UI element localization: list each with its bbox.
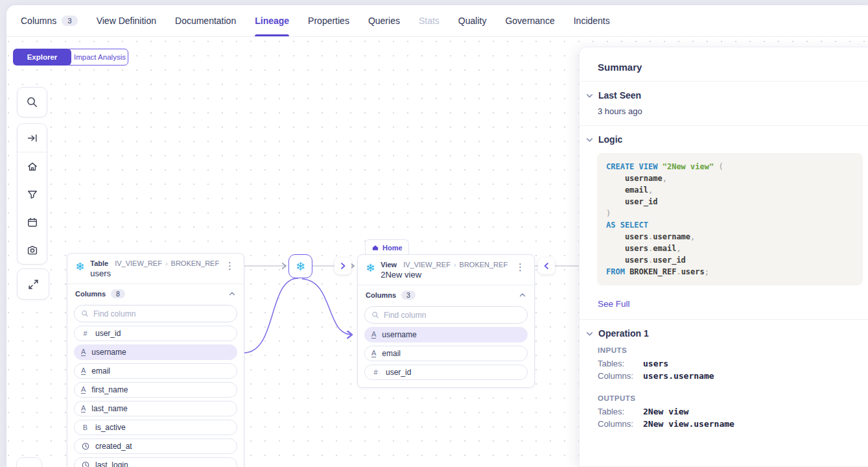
inputs-group: INPUTS Tables:users Columns:users.userna… [598, 346, 868, 381]
chevron-down-icon [585, 329, 594, 338]
canvas-tool-group [17, 123, 47, 265]
tab-governance[interactable]: Governance [505, 5, 554, 36]
logic-section-header[interactable]: Logic [580, 134, 868, 145]
database-label: IV_VIEW_REF [403, 261, 451, 269]
view-node-2new-view[interactable]: ❄ View IV_VIEW_REF › BROKEN_REF 2New vie… [357, 254, 535, 388]
calendar-button[interactable] [18, 208, 47, 236]
expand-arrows-icon [27, 278, 40, 291]
view-node-header[interactable]: ❄ View IV_VIEW_REF › BROKEN_REF 2New vie… [358, 255, 534, 285]
arrow-to-line-icon [27, 132, 38, 144]
impact-analysis-mode-button[interactable]: Impact Analysis [69, 49, 128, 66]
search-icon [371, 311, 379, 319]
asset-detail-card: Columns 3 View Definition Documentation … [6, 5, 868, 467]
screenshot-button[interactable] [18, 236, 47, 264]
panel-title: Summary [580, 47, 868, 81]
see-full-link[interactable]: See Full [598, 299, 630, 309]
kebab-menu-icon[interactable]: ⋮ [222, 259, 237, 272]
column-row[interactable]: last_login [74, 457, 237, 467]
bottom-left-control[interactable] [16, 457, 42, 467]
chevron-down-icon [585, 91, 594, 100]
columns-key: Columns: [598, 371, 643, 381]
node-kind-label: Table [90, 259, 108, 267]
tab-view-definition[interactable]: View Definition [97, 5, 156, 36]
column-row[interactable]: #user_id [74, 326, 237, 341]
find-column-search[interactable] [74, 305, 237, 322]
search-button[interactable] [17, 87, 47, 117]
columns-key: Columns: [598, 419, 643, 429]
node-kind-label: View [381, 261, 397, 269]
timestamp-type-icon [81, 461, 89, 467]
column-row[interactable]: #user_id [364, 365, 528, 380]
column-row[interactable]: created_at [74, 438, 237, 454]
columns-collapse-bar[interactable]: Columns 3 [358, 285, 534, 302]
operation-section: Operation 1 INPUTS Tables:users Columns:… [580, 320, 868, 438]
column-row-selected[interactable]: Ausername [74, 344, 237, 360]
explorer-mode-button[interactable]: Explorer [13, 49, 71, 66]
last-seen-section-header[interactable]: Last Seen [580, 90, 868, 101]
columns-count-badge: 3 [401, 291, 416, 300]
find-column-search[interactable] [364, 306, 528, 324]
home-icon [371, 244, 379, 252]
columns-collapse-bar[interactable]: Columns 8 [67, 284, 244, 301]
tab-queries[interactable]: Queries [368, 5, 400, 36]
chevron-up-icon[interactable] [228, 290, 236, 298]
search-icon [81, 309, 89, 318]
column-row[interactable]: Bis_active [74, 420, 237, 435]
text-type-icon: A [371, 331, 376, 339]
view-columns-list: Ausername Aemail #user_id [358, 327, 534, 380]
column-row[interactable]: Afirst_name [74, 382, 237, 398]
tab-columns-label: Columns [21, 16, 56, 26]
text-type-icon: A [81, 348, 86, 356]
text-type-icon: A [81, 405, 86, 413]
tab-lineage[interactable]: Lineage [255, 5, 289, 36]
columns-count-badge: 3 [62, 16, 77, 26]
table-node-header[interactable]: ❄ Table IV_VIEW_REF › BROKEN_REF users ⋮ [67, 254, 244, 284]
recenter-home-button[interactable] [18, 152, 47, 180]
column-row[interactable]: Aemail [364, 346, 528, 361]
calendar-icon [27, 217, 38, 228]
lineage-canvas[interactable]: Explorer Impact Analysis [6, 37, 868, 467]
snowflake-icon: ❄ [75, 261, 84, 272]
tables-key: Tables: [598, 407, 643, 416]
tab-incidents[interactable]: Incidents [574, 5, 610, 36]
column-row[interactable]: Aemail [74, 363, 237, 379]
operation-section-header[interactable]: Operation 1 [580, 328, 868, 339]
table-columns-list: #user_id Ausername Aemail Afirst_name Al… [67, 326, 244, 467]
inputs-label: INPUTS [598, 346, 868, 354]
summary-panel: Summary Last Seen 3 hours ago Logic CREA… [579, 47, 868, 467]
collapse-edge-left-chip[interactable] [538, 257, 555, 274]
tab-quality[interactable]: Quality [458, 5, 487, 36]
find-column-input[interactable] [93, 309, 230, 318]
tab-properties[interactable]: Properties [308, 5, 349, 36]
database-label: IV_VIEW_REF [115, 259, 162, 267]
chevron-right-icon [339, 262, 347, 270]
find-column-input[interactable] [384, 311, 521, 320]
chevron-up-icon[interactable] [519, 291, 526, 299]
outputs-tables-value: 2New view [643, 407, 688, 416]
column-row-selected[interactable]: Ausername [364, 327, 528, 342]
outputs-columns-value: 2New view.username [643, 419, 734, 429]
schema-label: BROKEN_REF [171, 259, 220, 267]
snowflake-icon: ❄ [296, 261, 305, 272]
column-row[interactable]: Alast_name [74, 401, 237, 416]
schema-label: BROKEN_REF [460, 261, 508, 269]
tab-columns[interactable]: Columns 3 [21, 5, 78, 36]
text-type-icon: A [81, 386, 86, 394]
expand-edge-right-chip[interactable] [334, 257, 351, 274]
boolean-type-icon: B [81, 424, 89, 431]
columns-count-badge: 8 [111, 289, 125, 298]
align-right-button[interactable] [18, 124, 47, 152]
tab-documentation[interactable]: Documentation [175, 5, 236, 36]
fullscreen-button[interactable] [17, 269, 49, 300]
kebab-menu-icon[interactable]: ⋮ [513, 261, 528, 273]
text-type-icon: A [371, 350, 376, 357]
home-badge[interactable]: Home [365, 239, 409, 256]
table-node-users[interactable]: ❄ Table IV_VIEW_REF › BROKEN_REF users ⋮… [67, 253, 244, 467]
inputs-tables-value: users [643, 359, 668, 368]
breadcrumb-chevron: › [454, 261, 456, 269]
logic-section: Logic CREATE VIEW "2New view" ( username… [580, 126, 868, 319]
sql-code-block: CREATE VIEW "2New view" ( username, emai… [597, 153, 863, 285]
filter-funnel-icon [27, 189, 38, 200]
filter-button[interactable] [18, 180, 47, 208]
process-node[interactable]: ❄ [288, 254, 312, 278]
